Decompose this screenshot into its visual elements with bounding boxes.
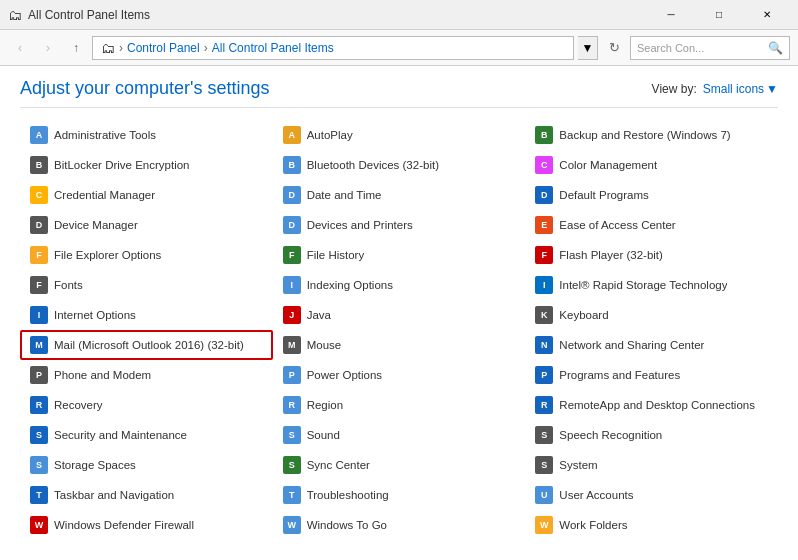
item-label: Color Management (559, 159, 657, 171)
list-item[interactable]: SSync Center (273, 450, 526, 480)
breadcrumb-all-items[interactable]: All Control Panel Items (212, 41, 334, 55)
list-item[interactable]: FFile History (273, 240, 526, 270)
item-icon: D (535, 186, 553, 204)
view-by-label: View by: (652, 82, 697, 96)
item-label: Troubleshooting (307, 489, 389, 501)
list-item[interactable]: SStorage Spaces (20, 450, 273, 480)
item-icon: R (283, 396, 301, 414)
item-label: System (559, 459, 597, 471)
close-button[interactable]: ✕ (744, 0, 790, 30)
breadcrumb-control-panel[interactable]: Control Panel (127, 41, 200, 55)
item-label: Network and Sharing Center (559, 339, 704, 351)
search-box: Search Con... 🔍 (630, 36, 790, 60)
list-item[interactable]: TTaskbar and Navigation (20, 480, 273, 510)
list-item[interactable]: DDevices and Printers (273, 210, 526, 240)
list-item[interactable]: CCredential Manager (20, 180, 273, 210)
list-item[interactable]: IIntel® Rapid Storage Technology (525, 270, 778, 300)
item-label: Sound (307, 429, 340, 441)
item-label: Mail (Microsoft Outlook 2016) (32-bit) (54, 339, 244, 351)
list-item[interactable]: RRemoteApp and Desktop Connections (525, 390, 778, 420)
list-item[interactable]: SSystem (525, 450, 778, 480)
item-icon: E (535, 216, 553, 234)
item-label: File History (307, 249, 365, 261)
item-icon: F (30, 276, 48, 294)
item-icon: D (283, 216, 301, 234)
list-item[interactable]: SSpeech Recognition (525, 420, 778, 450)
item-label: Date and Time (307, 189, 382, 201)
list-item[interactable]: IInternet Options (20, 300, 273, 330)
item-icon: I (283, 276, 301, 294)
item-label: Bluetooth Devices (32-bit) (307, 159, 439, 171)
list-item[interactable]: WWork Folders (525, 510, 778, 540)
item-icon: B (30, 156, 48, 174)
item-icon: W (283, 516, 301, 534)
list-item[interactable]: RRecovery (20, 390, 273, 420)
list-item[interactable]: PPhone and Modem (20, 360, 273, 390)
view-by-dropdown[interactable]: Small icons ▼ (703, 82, 778, 96)
list-item[interactable]: UUser Accounts (525, 480, 778, 510)
item-label: Storage Spaces (54, 459, 136, 471)
list-item[interactable]: MMail (Microsoft Outlook 2016) (32-bit) (20, 330, 273, 360)
list-item[interactable]: WWindows Defender Firewall (20, 510, 273, 540)
list-item[interactable]: JJava (273, 300, 526, 330)
item-label: User Accounts (559, 489, 633, 501)
list-item[interactable]: NNetwork and Sharing Center (525, 330, 778, 360)
list-item[interactable]: BBackup and Restore (Windows 7) (525, 120, 778, 150)
list-item[interactable]: SSound (273, 420, 526, 450)
search-icon[interactable]: 🔍 (768, 41, 783, 55)
list-item[interactable]: AAdministrative Tools (20, 120, 273, 150)
item-icon: F (535, 246, 553, 264)
list-item[interactable]: CColor Management (525, 150, 778, 180)
list-item[interactable]: EEase of Access Center (525, 210, 778, 240)
maximize-button[interactable]: □ (696, 0, 742, 30)
item-icon: S (535, 426, 553, 444)
item-label: BitLocker Drive Encryption (54, 159, 190, 171)
item-icon: A (283, 126, 301, 144)
list-item[interactable]: BBluetooth Devices (32-bit) (273, 150, 526, 180)
item-icon: C (30, 186, 48, 204)
item-label: Region (307, 399, 343, 411)
list-item[interactable]: DDefault Programs (525, 180, 778, 210)
item-label: AutoPlay (307, 129, 353, 141)
list-item[interactable]: AAutoPlay (273, 120, 526, 150)
list-item[interactable]: PPower Options (273, 360, 526, 390)
address-dropdown[interactable]: ▼ (578, 36, 598, 60)
list-item[interactable]: RRegion (273, 390, 526, 420)
list-item[interactable]: DDate and Time (273, 180, 526, 210)
back-button[interactable]: ‹ (8, 36, 32, 60)
list-item[interactable]: TTroubleshooting (273, 480, 526, 510)
item-label: Taskbar and Navigation (54, 489, 174, 501)
item-icon: F (30, 246, 48, 264)
item-icon: T (283, 486, 301, 504)
item-label: Flash Player (32-bit) (559, 249, 663, 261)
list-item[interactable]: IIndexing Options (273, 270, 526, 300)
window-icon: 🗂 (8, 7, 22, 23)
minimize-button[interactable]: ─ (648, 0, 694, 30)
item-label: Sync Center (307, 459, 370, 471)
item-label: Java (307, 309, 331, 321)
list-item[interactable]: FFonts (20, 270, 273, 300)
item-label: Security and Maintenance (54, 429, 187, 441)
item-icon: D (283, 186, 301, 204)
item-label: Power Options (307, 369, 382, 381)
list-item[interactable]: WWindows To Go (273, 510, 526, 540)
up-button[interactable]: ↑ (64, 36, 88, 60)
item-label: Keyboard (559, 309, 608, 321)
item-icon: S (30, 426, 48, 444)
list-item[interactable]: FFlash Player (32-bit) (525, 240, 778, 270)
window-title: All Control Panel Items (28, 8, 150, 22)
refresh-button[interactable]: ↻ (602, 36, 626, 60)
list-item[interactable]: DDevice Manager (20, 210, 273, 240)
list-item[interactable]: KKeyboard (525, 300, 778, 330)
list-item[interactable]: FFile Explorer Options (20, 240, 273, 270)
list-item[interactable]: PPrograms and Features (525, 360, 778, 390)
item-label: Recovery (54, 399, 103, 411)
list-item[interactable]: SSecurity and Maintenance (20, 420, 273, 450)
list-item[interactable]: BBitLocker Drive Encryption (20, 150, 273, 180)
list-item[interactable]: MMouse (273, 330, 526, 360)
item-icon: R (30, 396, 48, 414)
item-label: Fonts (54, 279, 83, 291)
forward-button[interactable]: › (36, 36, 60, 60)
item-icon: S (535, 456, 553, 474)
folder-icon: 🗂 (101, 40, 115, 56)
